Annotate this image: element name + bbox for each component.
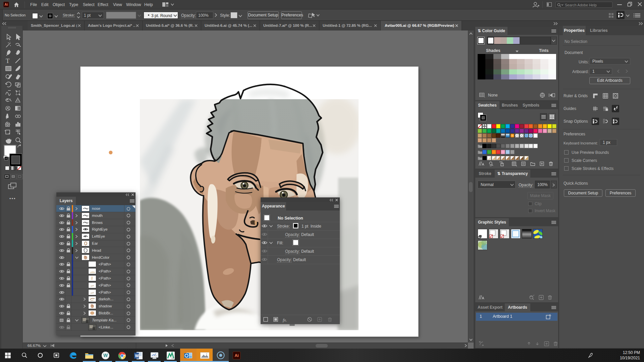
svg-text:Aa: Aa (154, 355, 157, 357)
svg-text:fx.: fx. (283, 317, 287, 322)
svg-text:MN: MN (171, 357, 174, 359)
svg-text:T: T (6, 57, 10, 64)
svg-text:W: W (135, 354, 139, 358)
